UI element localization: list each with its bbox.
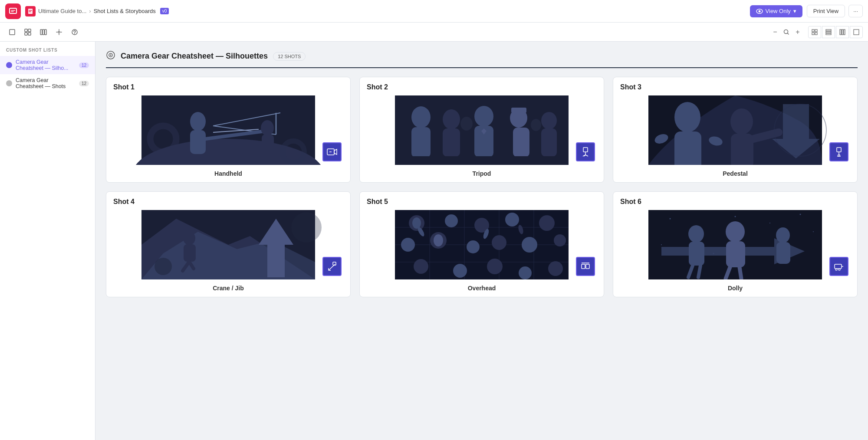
svg-point-141 xyxy=(776,227,790,243)
svg-point-29 xyxy=(110,55,112,56)
svg-line-140 xyxy=(740,267,741,279)
svg-rect-138 xyxy=(726,241,745,267)
shot-label-5: Overhead xyxy=(360,279,604,297)
shot-scene-1 xyxy=(112,95,345,165)
breadcrumb-project[interactable]: Ultimate Guide to... xyxy=(38,8,86,14)
svg-point-60 xyxy=(460,117,473,131)
svg-point-112 xyxy=(554,234,566,246)
svg-rect-5 xyxy=(25,29,27,32)
view-mode-list[interactable] xyxy=(808,26,821,38)
shot-card-2[interactable]: Shot 2 xyxy=(359,77,604,183)
svg-point-38 xyxy=(261,120,274,136)
shot-icon-1 xyxy=(322,142,342,161)
page-header-icon xyxy=(106,50,115,62)
sidebar-label-2: Camera Gear Cheatsheet — Shots xyxy=(16,77,76,89)
toolbar-settings[interactable] xyxy=(52,25,66,39)
toolbar: − + xyxy=(0,23,868,42)
svg-point-58 xyxy=(541,112,557,129)
zoom-icon xyxy=(783,29,790,36)
shot-icon-3 xyxy=(829,142,848,161)
svg-point-130 xyxy=(813,231,814,232)
svg-point-105 xyxy=(539,215,555,231)
svg-rect-143 xyxy=(835,264,842,269)
sidebar-badge-1: 12 xyxy=(79,62,89,68)
svg-point-116 xyxy=(414,259,428,274)
svg-rect-25 xyxy=(844,30,845,35)
shot-card-6[interactable]: Shot 6 xyxy=(613,191,858,297)
svg-rect-142 xyxy=(776,242,790,264)
shot-card-5[interactable]: Shot 5 xyxy=(359,191,604,297)
page-title: Camera Gear Cheatsheet — Silhouettes xyxy=(121,52,268,61)
svg-rect-4 xyxy=(10,30,15,35)
print-view-button[interactable]: Print View xyxy=(807,5,845,17)
shot-scene-3 xyxy=(618,95,852,165)
svg-point-133 xyxy=(688,225,704,243)
svg-point-69 xyxy=(674,102,700,132)
sidebar-item-shots[interactable]: Camera Gear Cheatsheet — Shots 12 xyxy=(0,74,95,92)
view-mode-row[interactable] xyxy=(822,26,835,38)
shot-label-3: Pedestal xyxy=(613,165,857,182)
sidebar-item-silhouettes[interactable]: Camera Gear Cheatsheet — Silho... 12 xyxy=(0,56,95,74)
shot-number-5: Shot 5 xyxy=(360,192,604,210)
svg-rect-11 xyxy=(45,30,46,35)
shot-label-1: Handheld xyxy=(106,165,350,182)
shot-icon-2 xyxy=(576,142,595,161)
svg-point-14 xyxy=(74,33,75,34)
svg-rect-9 xyxy=(40,30,42,35)
shot-card-1[interactable]: Shot 1 xyxy=(106,77,351,183)
svg-point-146 xyxy=(838,269,840,270)
svg-point-128 xyxy=(769,223,770,223)
svg-point-127 xyxy=(735,216,736,217)
svg-rect-39 xyxy=(262,135,274,156)
zoom-in-button[interactable]: + xyxy=(792,26,804,38)
shot-image-container-6 xyxy=(618,210,852,279)
shot-image-container-1 xyxy=(112,95,345,165)
app-icon[interactable] xyxy=(5,3,21,19)
svg-rect-8 xyxy=(28,33,31,35)
svg-rect-70 xyxy=(674,131,701,165)
svg-point-125 xyxy=(670,218,671,220)
top-bar: Ultimate Guide to... › Shot Lists & Stor… xyxy=(0,0,868,23)
view-mode-grid-3[interactable] xyxy=(836,26,849,38)
view-only-label: View Only xyxy=(766,8,791,14)
svg-rect-56 xyxy=(511,108,526,113)
svg-point-49 xyxy=(443,109,460,129)
svg-rect-26 xyxy=(854,30,859,35)
shot-card-3[interactable]: Shot 3 xyxy=(613,77,858,183)
toolbar-grid[interactable] xyxy=(21,25,35,39)
svg-point-119 xyxy=(519,266,532,279)
version-badge: v0 xyxy=(160,8,169,14)
shot-scene-2 xyxy=(365,95,598,165)
view-only-button[interactable]: View Only ▾ xyxy=(750,5,802,17)
breadcrumb-page[interactable]: Shot Lists & Storyboards xyxy=(94,8,156,14)
svg-point-131 xyxy=(661,244,662,245)
toolbar-help[interactable] xyxy=(68,25,82,39)
svg-rect-0 xyxy=(10,8,16,13)
shot-icon-6 xyxy=(829,257,848,276)
svg-rect-16 xyxy=(812,30,814,32)
zoom-out-button[interactable]: − xyxy=(769,26,781,38)
toolbar-single-col[interactable] xyxy=(5,25,19,39)
toolbar-columns[interactable] xyxy=(36,25,50,39)
svg-point-82 xyxy=(183,231,195,245)
svg-point-106 xyxy=(401,238,415,252)
view-mode-single[interactable] xyxy=(850,26,863,38)
svg-rect-20 xyxy=(826,30,831,31)
svg-point-111 xyxy=(522,237,537,253)
shot-icon-4 xyxy=(322,257,342,276)
svg-line-136 xyxy=(698,266,700,277)
page-header: Camera Gear Cheatsheet — Silhouettes 12 … xyxy=(106,50,858,68)
more-button[interactable]: ··· xyxy=(848,5,863,17)
shot-icon-5 xyxy=(576,257,595,276)
svg-rect-24 xyxy=(842,30,843,35)
svg-rect-17 xyxy=(815,30,817,32)
shot-card-4[interactable]: Shot 4 xyxy=(106,191,351,297)
svg-rect-77 xyxy=(837,148,841,152)
breadcrumb: Ultimate Guide to... › Shot Lists & Stor… xyxy=(25,6,746,16)
shot-label-4: Crane / Jib xyxy=(106,279,350,297)
svg-point-102 xyxy=(445,214,458,227)
svg-rect-63 xyxy=(583,148,588,152)
shot-number-3: Shot 3 xyxy=(613,77,857,95)
svg-rect-62 xyxy=(395,156,569,165)
svg-line-66 xyxy=(585,155,588,156)
